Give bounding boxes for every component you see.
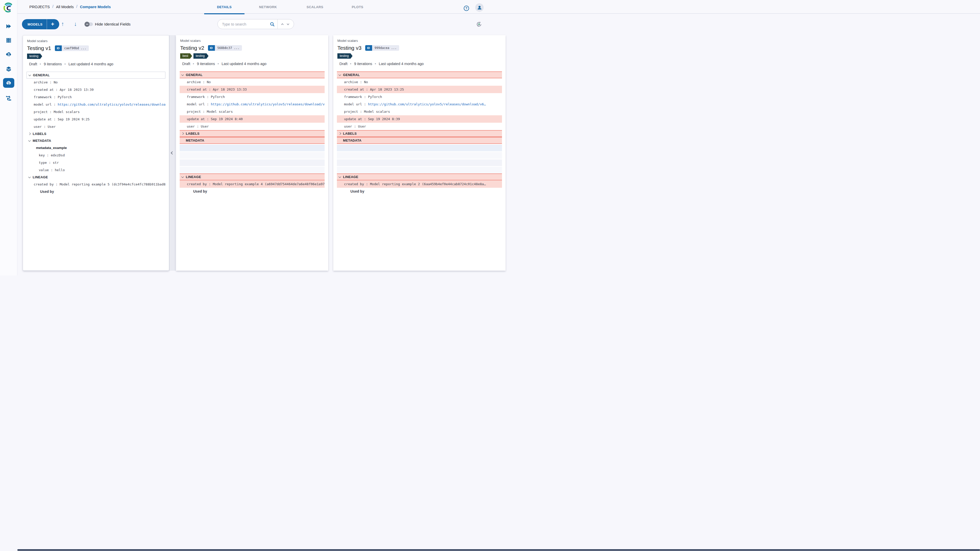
hide-identical-toggle[interactable] <box>85 22 93 26</box>
section-labels[interactable]: LABELS <box>337 130 490 137</box>
used-by-label[interactable]: Used by <box>180 188 325 195</box>
model-name: Testing v1 <box>27 45 51 51</box>
section-metadata[interactable]: METADATA <box>337 137 490 144</box>
model-id-chip[interactable]: ID 568b8c37 ... <box>208 45 242 51</box>
model-url-link[interactable]: https://github.com/ultralytics/yolov5/re… <box>58 103 165 106</box>
field-separator: : <box>364 87 370 91</box>
section-lineage[interactable]: LINEAGE <box>337 173 490 180</box>
svg-text:C: C <box>6 5 11 12</box>
help-icon[interactable]: ? <box>464 6 469 11</box>
field-row-created-at: created at : Apr 18 2023 13:39 <box>27 86 165 94</box>
field-row-framework: framework : PyTorch <box>180 93 325 100</box>
section-lineage[interactable]: LINEAGE <box>180 173 325 180</box>
section-label: LABELS <box>186 132 200 135</box>
tag-testing[interactable]: testing <box>27 54 42 59</box>
search-next-button[interactable] <box>285 21 291 27</box>
workers-icon[interactable] <box>6 37 12 43</box>
chevron-left-icon <box>171 151 174 155</box>
field-separator: : <box>205 117 210 121</box>
tab-plots[interactable]: PLOTS <box>339 0 377 14</box>
model-card-testing-v1: Model scalars Testing v1 ID caef90bd ...… <box>23 35 169 271</box>
cloud-sync-icon[interactable] <box>6 51 12 57</box>
card-header: Model scalars Testing v1 ID caef90bd ...… <box>23 35 169 66</box>
empty-diff-row <box>180 159 325 166</box>
section-general[interactable]: GENERAL <box>337 71 490 78</box>
next-diff-button[interactable]: ↓ <box>74 21 77 27</box>
collapse-panel-handle[interactable] <box>169 35 175 271</box>
section-label: METADATA <box>186 138 204 142</box>
field-separator: : <box>201 110 207 114</box>
tab-scalars[interactable]: SCALARS <box>291 0 339 14</box>
field-row-archive: archive : No <box>27 79 165 86</box>
status-updated: Last updated 4 months ago <box>379 62 424 66</box>
field-separator: : <box>52 95 57 99</box>
field-row-project: project : Model scalars <box>337 108 490 115</box>
sidebar: C <box>0 0 18 275</box>
field-separator: : <box>195 124 200 128</box>
tag-best[interactable]: best <box>180 53 192 59</box>
datasets-icon[interactable] <box>6 66 12 72</box>
search-prev-button[interactable] <box>280 21 285 27</box>
id-badge: ID <box>208 45 215 51</box>
models-icon[interactable] <box>6 80 12 86</box>
clearml-logo[interactable]: C <box>3 2 14 13</box>
tab-details[interactable]: DETAILS <box>204 0 245 14</box>
field-row-user: user : User <box>337 123 490 130</box>
field-row-project: project : Model scalars <box>27 108 165 116</box>
section-labels[interactable]: LABELS <box>180 130 325 137</box>
breadcrumb-all-models[interactable]: All Models <box>56 5 73 9</box>
model-name: Testing v3 <box>337 45 362 51</box>
section-general[interactable]: GENERAL <box>27 72 165 79</box>
user-avatar[interactable] <box>475 3 484 12</box>
model-id-chip[interactable]: ID caef90bd ... <box>55 45 89 51</box>
id-badge: ID <box>365 45 372 51</box>
tag-list: testing <box>337 53 490 59</box>
field-separator: : <box>41 125 48 129</box>
section-label: GENERAL <box>33 73 50 77</box>
model-id-chip[interactable]: ID 999dacea ... <box>365 45 399 51</box>
tag-testing[interactable]: testing <box>337 53 352 59</box>
prev-diff-button[interactable]: ↑ <box>61 21 64 27</box>
person-icon <box>477 5 482 10</box>
field-row-framework: framework : PyTorch <box>27 94 165 101</box>
search-box <box>218 19 294 29</box>
projects-icon[interactable] <box>6 23 12 29</box>
hide-identical-label: Hide Identical Fields <box>95 22 130 27</box>
status-line: Draft 9 iterations Last updated 4 months… <box>337 62 490 66</box>
field-separator: : <box>358 80 364 84</box>
metadata-group[interactable]: metadata_example <box>27 144 165 151</box>
field-separator: : <box>358 110 364 114</box>
field-separator: : <box>45 153 51 157</box>
tab-network[interactable]: NETWORK <box>245 0 291 14</box>
section-lineage[interactable]: LINEAGE <box>27 174 165 181</box>
auto-refresh-icon[interactable] <box>476 21 482 27</box>
field-row-user: user : User <box>27 123 165 130</box>
detail-rows: GENERAL archive : No created at : Apr 18… <box>337 71 490 195</box>
field-row-framework: framework : PyTorch <box>337 93 490 100</box>
model-url-link[interactable]: https://github.com/ultralytics/yolov5/re… <box>368 102 486 106</box>
section-metadata[interactable]: METADATA <box>27 137 165 144</box>
tag-testing[interactable]: testing <box>193 53 208 59</box>
field-separator: : <box>48 110 54 114</box>
field-separator: : <box>49 168 55 172</box>
pipelines-icon[interactable] <box>6 95 12 101</box>
section-general[interactable]: GENERAL <box>180 71 325 78</box>
section-metadata[interactable]: METADATA <box>180 137 325 144</box>
used-by-label[interactable]: Used by <box>27 188 165 195</box>
empty-diff-row <box>180 166 325 173</box>
id-badge: ID <box>55 45 62 51</box>
section-label: LABELS <box>33 132 46 136</box>
metadata-group-label: metadata_example <box>36 146 67 150</box>
search-input[interactable] <box>222 22 270 26</box>
breadcrumb-projects[interactable]: PROJECTS <box>29 5 50 9</box>
breadcrumb-compare-models[interactable]: Compare Models <box>80 5 111 9</box>
search-icon[interactable] <box>270 22 275 27</box>
add-model-button[interactable]: + <box>47 20 59 29</box>
field-row-user: user : User <box>180 123 325 130</box>
status-state: Draft <box>339 62 347 66</box>
section-labels[interactable]: LABELS <box>27 130 165 137</box>
model-url-link[interactable]: https://github.com/ultralytics/yolov5/re… <box>211 102 325 106</box>
used-by-label[interactable]: Used by <box>337 188 490 195</box>
field-row-update-at: update at : Sep 19 2024 9:25 <box>27 116 165 123</box>
models-button[interactable]: MODELS <box>22 22 47 26</box>
